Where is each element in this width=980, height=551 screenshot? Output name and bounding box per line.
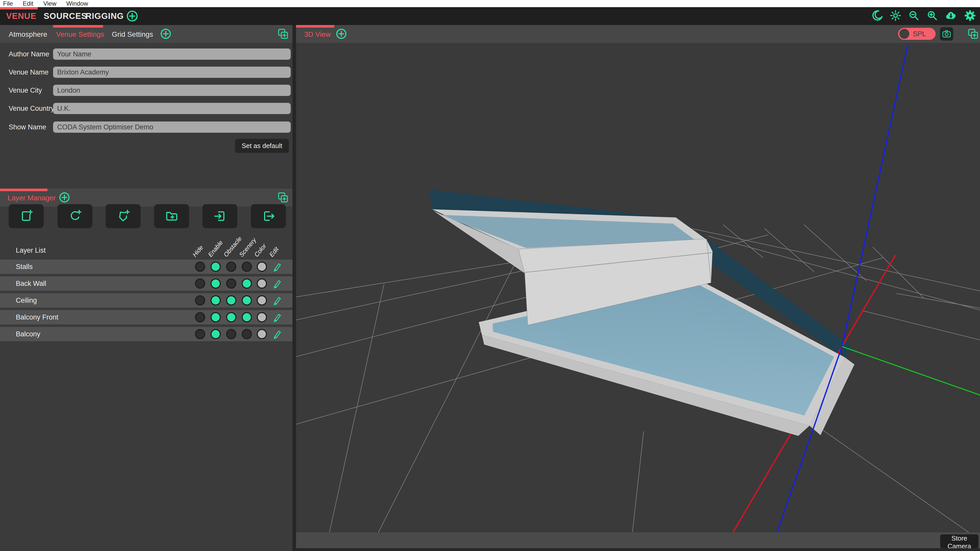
spl-toggle-knob	[899, 29, 909, 39]
zoom-out-icon	[908, 10, 920, 21]
venue-name-label: Venue Name	[9, 67, 48, 78]
add-view-tab-button[interactable]	[336, 28, 347, 40]
viewport-bottom-bar: Store Camera	[296, 532, 980, 548]
enable-toggle[interactable]	[210, 329, 221, 339]
obstacle-toggle[interactable]	[226, 295, 236, 306]
edit-layer-button[interactable]	[272, 295, 282, 306]
scenery-toggle[interactable]	[242, 261, 252, 272]
menu-window[interactable]: Window	[66, 0, 88, 7]
obstacle-toggle[interactable]	[226, 329, 236, 339]
layer-row-balcony[interactable]: Balcony	[0, 327, 293, 341]
edit-layer-button[interactable]	[272, 312, 282, 323]
tab-3d-view[interactable]: 3D View	[304, 25, 331, 43]
menu-view[interactable]: View	[43, 0, 56, 7]
set-as-default-button[interactable]: Set as default	[235, 139, 289, 153]
enable-toggle[interactable]	[210, 312, 221, 322]
scenery-toggle[interactable]	[242, 312, 252, 322]
layer-row-stalls[interactable]: Stalls	[0, 260, 293, 274]
import-icon	[213, 209, 227, 223]
duplicate-view-button[interactable]	[967, 28, 979, 40]
tab-venue[interactable]: VENUE	[6, 7, 37, 25]
duplicate-panel-button[interactable]	[277, 28, 289, 40]
venue-city-label: Venue City	[9, 85, 42, 96]
add-layer-tab-button[interactable]	[59, 192, 70, 203]
menu-file[interactable]: File	[3, 0, 13, 7]
column-header-color: Color	[253, 242, 268, 258]
enable-toggle[interactable]	[210, 295, 221, 306]
venue-country-field[interactable]	[53, 103, 291, 114]
add-arc-layer-button[interactable]	[57, 204, 92, 228]
hide-toggle[interactable]	[195, 312, 205, 322]
edit-layer-button[interactable]	[272, 279, 282, 289]
scenery-toggle[interactable]	[242, 279, 252, 289]
cloud-sync-button[interactable]	[945, 10, 958, 21]
author-name-field[interactable]	[53, 48, 291, 60]
menu-bar: File Edit View Window	[0, 0, 980, 7]
layer-name: Balcony Front	[16, 310, 59, 324]
hide-toggle[interactable]	[195, 295, 205, 306]
layer-row-balcony-front[interactable]: Balcony Front	[0, 310, 293, 324]
layer-color-swatch[interactable]	[257, 261, 267, 272]
add-polygon-layer-icon	[116, 209, 130, 223]
tab-venue-settings[interactable]: Venue Settings	[56, 25, 104, 43]
obstacle-toggle[interactable]	[226, 279, 236, 289]
edit-layer-button[interactable]	[272, 261, 282, 272]
settings-button[interactable]	[964, 10, 976, 21]
tab-atmosphere[interactable]: Atmosphere	[9, 25, 47, 43]
duplicate-panel-button[interactable]	[277, 192, 289, 204]
hide-toggle[interactable]	[195, 329, 205, 339]
dark-mode-button[interactable]	[871, 10, 883, 21]
venue-city-field[interactable]	[53, 85, 291, 96]
layer-row-back-wall[interactable]: Back Wall	[0, 276, 293, 291]
panel-divider[interactable]	[293, 25, 296, 551]
snapshot-button[interactable]	[940, 27, 953, 41]
3d-viewport[interactable]	[296, 43, 980, 532]
enable-toggle[interactable]	[210, 279, 221, 289]
layer-color-swatch[interactable]	[257, 295, 267, 306]
add-panel-tab-button[interactable]	[160, 28, 172, 40]
export-layer-button[interactable]	[251, 204, 286, 228]
obstacle-toggle[interactable]	[226, 312, 236, 322]
tab-layer-manager[interactable]: Layer Manager	[8, 189, 56, 207]
add-folder-layer-button[interactable]	[154, 204, 189, 228]
show-name-field[interactable]	[53, 121, 291, 133]
sun-icon	[890, 10, 901, 21]
hide-toggle[interactable]	[195, 279, 205, 289]
layer-color-swatch[interactable]	[257, 329, 267, 339]
tab-grid-settings[interactable]: Grid Settings	[112, 25, 153, 43]
add-main-tab-button[interactable]	[126, 10, 138, 22]
copy-plus-icon	[277, 28, 289, 40]
brightness-button[interactable]	[890, 10, 901, 21]
pencil-icon	[272, 279, 282, 289]
pencil-icon	[272, 295, 282, 306]
layer-row-ceiling[interactable]: Ceiling	[0, 293, 293, 307]
tab-rigging[interactable]: RIGGING	[86, 7, 124, 25]
tab-sources[interactable]: SOURCES	[44, 7, 87, 25]
scenery-toggle[interactable]	[242, 329, 252, 339]
edit-layer-button[interactable]	[272, 329, 282, 340]
pencil-icon	[272, 329, 282, 340]
add-polygon-layer-button[interactable]	[106, 204, 141, 228]
add-plane-layer-button[interactable]	[9, 204, 44, 228]
add-arc-layer-icon	[68, 209, 82, 223]
enable-toggle[interactable]	[210, 261, 221, 272]
layer-name: Balcony	[16, 327, 40, 341]
obstacle-toggle[interactable]	[226, 261, 236, 272]
copy-plus-icon	[277, 192, 289, 204]
import-layer-button[interactable]	[202, 204, 237, 228]
hide-toggle[interactable]	[195, 261, 205, 272]
layer-color-swatch[interactable]	[257, 279, 267, 289]
zoom-in-button[interactable]	[926, 10, 938, 21]
venue-name-field[interactable]	[53, 67, 291, 78]
venue-country-label: Venue Country	[9, 103, 54, 114]
camera-icon	[942, 29, 951, 39]
layer-color-swatch[interactable]	[257, 312, 267, 322]
axis-z-blue	[776, 43, 908, 532]
store-camera-button[interactable]: Store Camera	[940, 534, 978, 548]
spl-toggle[interactable]: SPL	[898, 28, 935, 40]
plus-circle-icon	[336, 28, 347, 40]
zoom-out-button[interactable]	[908, 10, 920, 21]
menu-edit[interactable]: Edit	[23, 0, 33, 7]
scenery-toggle[interactable]	[242, 295, 252, 306]
column-header-edit: Edit	[268, 245, 280, 258]
